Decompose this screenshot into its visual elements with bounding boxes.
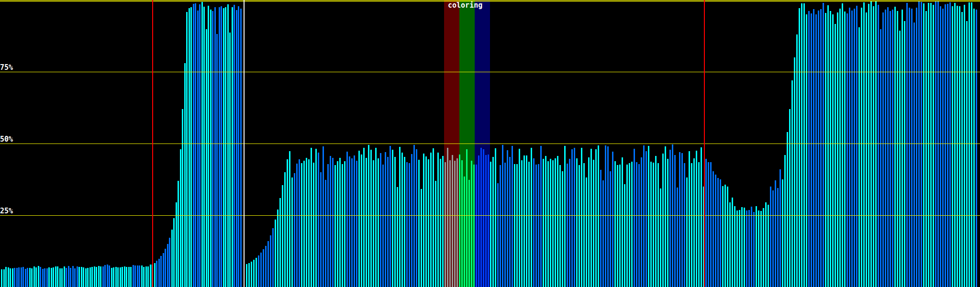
bar [954, 3, 956, 287]
bar [923, 3, 924, 287]
bar [258, 255, 259, 287]
bar [263, 249, 264, 287]
bar [504, 163, 506, 287]
bar [892, 10, 893, 287]
bar [736, 210, 738, 287]
bar [468, 180, 470, 287]
bar [94, 266, 95, 287]
bar [870, 1, 872, 287]
bar [397, 187, 398, 287]
bar [674, 155, 676, 287]
bar [363, 148, 365, 287]
bar [949, 2, 951, 287]
bar [18, 267, 20, 287]
bar [787, 132, 788, 287]
bar [416, 149, 417, 287]
bar [849, 8, 850, 287]
bar [942, 9, 944, 287]
bar [425, 156, 427, 287]
bar [619, 165, 621, 287]
bar [957, 6, 958, 287]
bar [366, 158, 367, 287]
bar [519, 149, 520, 287]
bar [445, 162, 446, 287]
bar [495, 148, 496, 287]
bar [930, 3, 932, 287]
bar [42, 269, 44, 287]
bar [193, 4, 194, 287]
bar [98, 266, 100, 287]
bar [521, 160, 523, 287]
bar [516, 164, 518, 287]
bar [68, 266, 69, 287]
bar [662, 154, 664, 287]
bar [457, 158, 458, 287]
bar [61, 268, 63, 287]
bar [971, 2, 972, 287]
bar [447, 148, 448, 287]
bar [418, 160, 420, 287]
bar [650, 162, 652, 287]
bar [141, 265, 143, 287]
bar [87, 268, 89, 287]
bar [598, 145, 599, 287]
bar [882, 12, 884, 287]
bar [74, 268, 76, 287]
bar [571, 149, 573, 287]
bar [648, 146, 649, 287]
bar [435, 181, 436, 287]
bar [189, 8, 190, 287]
bar [727, 187, 728, 287]
bar [945, 4, 946, 287]
bar [66, 268, 67, 287]
bar [701, 147, 702, 287]
bar [461, 160, 463, 287]
bar [57, 266, 58, 287]
bar [197, 11, 199, 287]
bar [454, 161, 456, 287]
gridline-75 [0, 72, 980, 72]
bar [768, 205, 769, 287]
bar [380, 153, 381, 287]
bar [684, 163, 685, 287]
bar [137, 265, 138, 287]
bar [111, 268, 112, 287]
bar [677, 188, 678, 287]
bar [53, 267, 54, 287]
bar [14, 268, 15, 287]
bar [16, 268, 18, 287]
bar [708, 162, 709, 287]
bar [430, 153, 432, 287]
bar [158, 259, 160, 287]
bar [890, 11, 891, 287]
bar [799, 8, 800, 287]
bar [361, 155, 362, 287]
bar [624, 184, 625, 287]
bar [758, 210, 759, 287]
bar [442, 156, 444, 287]
bar [89, 267, 91, 287]
bar [641, 157, 642, 287]
bar [667, 159, 668, 287]
bar [741, 207, 743, 287]
bar [734, 206, 735, 287]
bar [602, 180, 604, 287]
bar [653, 163, 654, 287]
bar [813, 9, 814, 287]
bar [313, 163, 314, 287]
bar [528, 162, 530, 287]
bar [801, 3, 802, 287]
bar [947, 4, 948, 287]
bar [104, 265, 106, 287]
bar [784, 155, 786, 287]
bar [595, 149, 597, 287]
bar [894, 7, 896, 287]
bar [277, 210, 278, 287]
bar [916, 8, 917, 287]
bar [569, 159, 570, 287]
bar [301, 163, 302, 287]
bar [935, 1, 936, 287]
bar [739, 210, 740, 287]
bar [815, 14, 817, 287]
bar [115, 267, 117, 287]
